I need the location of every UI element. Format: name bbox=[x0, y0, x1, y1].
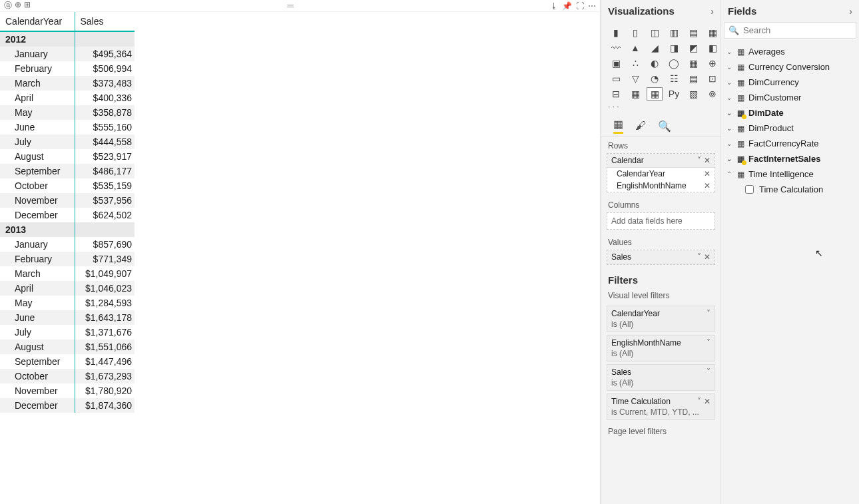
more-icon[interactable]: ⋯ bbox=[588, 1, 596, 11]
month-cell[interactable]: February bbox=[0, 61, 75, 76]
field-table-node[interactable]: ⌄▦DimDate bbox=[721, 105, 859, 121]
viz-type-icon[interactable]: ▦ bbox=[705, 26, 720, 39]
fields-tab-icon[interactable]: ▦ bbox=[613, 118, 623, 134]
viz-type-icon[interactable]: ◯ bbox=[666, 57, 682, 70]
viz-type-icon[interactable]: Py bbox=[666, 87, 682, 101]
collapse-fields-icon[interactable]: › bbox=[849, 6, 852, 17]
remove-icon[interactable]: ✕ bbox=[704, 397, 711, 406]
search-input[interactable] bbox=[743, 25, 852, 35]
viz-type-icon[interactable]: ◢ bbox=[647, 41, 663, 55]
month-cell[interactable]: September bbox=[0, 164, 75, 178]
matrix-visual[interactable]: CalendarYear Sales 2012January$495,364Fe… bbox=[0, 12, 600, 413]
rows-sub-2[interactable]: EnglishMonthName bbox=[617, 181, 687, 190]
chevron-icon[interactable]: ⌄ bbox=[726, 48, 733, 55]
viz-type-icon[interactable]: ▲ bbox=[627, 41, 643, 55]
field-column-node[interactable]: Time Calculation bbox=[721, 182, 859, 197]
year-cell[interactable]: 2012 bbox=[0, 31, 75, 47]
viz-type-icon[interactable]: ▮ bbox=[608, 26, 624, 39]
filter-card[interactable]: CalendarYear˅is (All) bbox=[607, 306, 715, 332]
field-table-node[interactable]: ⌄▦FactInternetSales bbox=[721, 151, 859, 166]
focus-icon[interactable]: ⛶ bbox=[576, 1, 584, 11]
viz-type-icon[interactable]: ◨ bbox=[666, 41, 682, 55]
field-table-node[interactable]: ⌄▦FactCurrencyRate bbox=[721, 136, 859, 151]
fields-search[interactable]: 🔍 bbox=[724, 22, 856, 39]
viz-type-icon[interactable]: ◐ bbox=[647, 57, 663, 70]
rows-sub-1[interactable]: CalendarYear bbox=[617, 169, 665, 178]
values-pill-label[interactable]: Sales bbox=[611, 252, 631, 262]
chevron-icon[interactable]: ⌄ bbox=[726, 109, 733, 117]
analytics-tab-icon[interactable]: 🔍 bbox=[658, 120, 671, 132]
viz-type-icon[interactable]: ▦ bbox=[685, 57, 701, 70]
chevron-icon[interactable]: ⌄ bbox=[726, 79, 733, 86]
viz-type-icon[interactable]: ◩ bbox=[685, 41, 701, 55]
export-icon[interactable]: ⭳ bbox=[550, 1, 558, 11]
viz-type-icon[interactable]: ▤ bbox=[685, 72, 701, 85]
month-cell[interactable]: December bbox=[0, 208, 75, 222]
month-cell[interactable]: August bbox=[0, 149, 75, 164]
month-cell[interactable]: March bbox=[0, 76, 75, 91]
columns-well[interactable]: Add data fields here bbox=[607, 212, 715, 230]
remove-icon[interactable]: ✕ bbox=[704, 181, 711, 190]
viz-type-icon[interactable]: ▧ bbox=[685, 87, 701, 101]
chevron-down-icon[interactable]: ˅ bbox=[707, 309, 711, 318]
field-table-node[interactable]: ⌄▦Currency Conversion bbox=[721, 59, 859, 75]
pin-icon[interactable]: 📌 bbox=[562, 1, 572, 11]
format-tab-icon[interactable]: 🖌 bbox=[635, 120, 646, 132]
viz-type-icon[interactable]: ⊕ bbox=[705, 57, 720, 70]
viz-type-icon[interactable]: ◧ bbox=[705, 41, 720, 55]
month-cell[interactable]: January bbox=[0, 237, 75, 252]
remove-icon[interactable]: ✕ bbox=[704, 252, 711, 262]
chevron-icon[interactable]: ⌄ bbox=[726, 94, 733, 101]
column-header-sales[interactable]: Sales bbox=[75, 12, 135, 31]
field-table-node[interactable]: ⌃▦Time Intelligence bbox=[721, 166, 859, 182]
month-cell[interactable]: May bbox=[0, 105, 75, 120]
viz-type-icon[interactable]: ▽ bbox=[627, 72, 643, 85]
month-cell[interactable]: December bbox=[0, 398, 75, 413]
chevron-down-icon[interactable]: ˅ bbox=[697, 156, 701, 165]
month-cell[interactable]: February bbox=[0, 252, 75, 266]
expand-icon[interactable]: ⊞ bbox=[24, 0, 31, 11]
month-cell[interactable]: March bbox=[0, 266, 75, 281]
viz-type-icon[interactable]: ◔ bbox=[647, 72, 663, 85]
field-table-node[interactable]: ⌄▦DimCustomer bbox=[721, 90, 859, 105]
viz-type-icon[interactable]: ⊡ bbox=[705, 72, 720, 85]
month-cell[interactable]: October bbox=[0, 369, 75, 383]
viz-type-icon[interactable]: ▥ bbox=[666, 26, 682, 39]
chevron-icon[interactable]: ⌄ bbox=[726, 125, 733, 132]
month-cell[interactable]: October bbox=[0, 178, 75, 193]
viz-type-icon[interactable]: ▣ bbox=[608, 57, 624, 70]
field-table-node[interactable]: ⌄▦DimCurrency bbox=[721, 75, 859, 90]
drill-up-icon[interactable]: ⓐ bbox=[4, 0, 12, 11]
filter-card[interactable]: Sales˅is (All) bbox=[607, 364, 715, 391]
field-table-node[interactable]: ⌄▦DimProduct bbox=[721, 121, 859, 136]
month-cell[interactable]: September bbox=[0, 354, 75, 369]
drill-down-icon[interactable]: ⊕ bbox=[15, 0, 21, 11]
report-canvas[interactable]: ⓐ ⊕ ⊞ ═ ⭳ 📌 ⛶ ⋯ CalendarYear Sales 2012J… bbox=[0, 0, 601, 504]
viz-type-icon[interactable]: ◫ bbox=[647, 26, 663, 39]
viz-type-icon[interactable]: ▭ bbox=[608, 72, 624, 85]
viz-type-icon[interactable]: ☷ bbox=[666, 72, 682, 85]
month-cell[interactable]: June bbox=[0, 310, 75, 325]
month-cell[interactable]: July bbox=[0, 325, 75, 340]
chevron-down-icon[interactable]: ˅ bbox=[707, 338, 711, 348]
month-cell[interactable]: November bbox=[0, 193, 75, 208]
viz-type-icon[interactable]: ▦ bbox=[647, 87, 663, 101]
rows-well[interactable]: Calendar ˅✕ CalendarYear✕ EnglishMonthNa… bbox=[607, 153, 715, 192]
month-cell[interactable]: November bbox=[0, 383, 75, 398]
month-cell[interactable]: January bbox=[0, 47, 75, 61]
month-cell[interactable]: June bbox=[0, 120, 75, 134]
field-table-node[interactable]: ⌄▦Averages bbox=[721, 44, 859, 59]
values-well[interactable]: Sales ˅✕ bbox=[607, 250, 715, 265]
chevron-icon[interactable]: ⌃ bbox=[726, 170, 733, 178]
chevron-down-icon[interactable]: ˅ bbox=[697, 252, 701, 262]
remove-icon[interactable]: ✕ bbox=[704, 156, 711, 165]
remove-icon[interactable]: ✕ bbox=[704, 169, 711, 178]
viz-type-icon[interactable]: ∴ bbox=[627, 57, 643, 70]
year-cell[interactable]: 2013 bbox=[0, 222, 75, 237]
viz-type-icon[interactable]: ▦ bbox=[627, 87, 643, 101]
viz-type-icon[interactable]: ▯ bbox=[627, 26, 643, 39]
month-cell[interactable]: August bbox=[0, 340, 75, 354]
viz-type-icon[interactable]: ⊚ bbox=[705, 87, 720, 101]
month-cell[interactable]: April bbox=[0, 91, 75, 105]
collapse-viz-icon[interactable]: › bbox=[711, 6, 714, 17]
